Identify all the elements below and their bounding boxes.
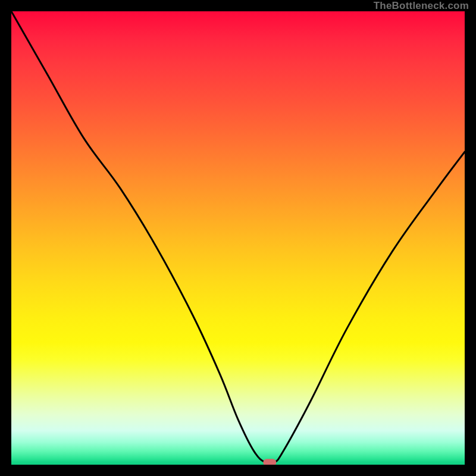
chart-frame: TheBottleneck.com xyxy=(0,0,476,476)
chart-svg xyxy=(11,11,465,465)
plot-area xyxy=(11,11,465,465)
watermark-text: TheBottleneck.com xyxy=(374,0,469,11)
bottleneck-curve xyxy=(11,11,465,464)
optimal-point-marker xyxy=(263,459,276,465)
